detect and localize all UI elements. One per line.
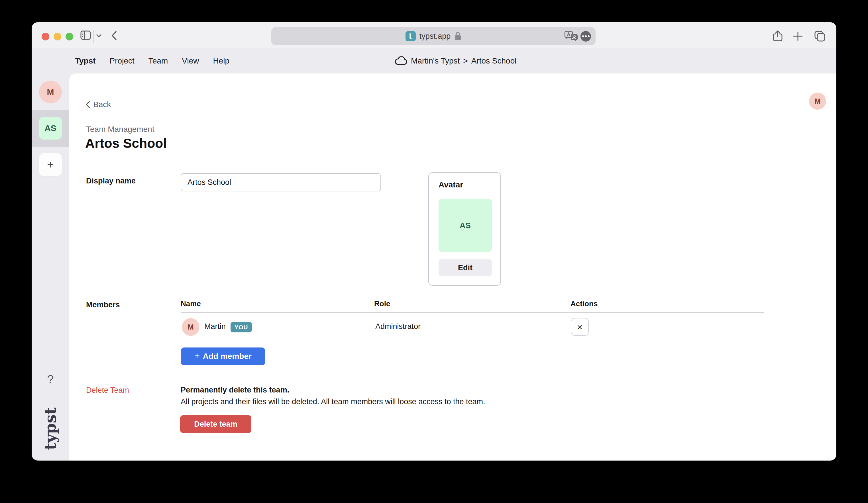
site-favicon: t (405, 31, 416, 41)
table-header-divider (181, 312, 764, 313)
team-management-panel: Back M Team Management Artos School Disp… (69, 73, 836, 461)
member-avatar: M (182, 318, 199, 336)
menu-project[interactable]: Project (110, 56, 134, 65)
column-header-actions: Actions (570, 299, 598, 308)
column-header-name: Name (181, 299, 201, 308)
plus-icon: + (194, 350, 200, 361)
member-name: Martin (204, 322, 226, 331)
menu-typst[interactable]: Typst (75, 56, 96, 65)
workspace-rail: M AS + ? typst (32, 73, 69, 461)
column-header-role: Role (374, 299, 390, 308)
page-menu-icon[interactable] (580, 31, 591, 42)
you-badge: YOU (230, 322, 252, 332)
toolbar-divider (93, 30, 94, 43)
share-icon[interactable] (773, 30, 783, 42)
menu-team[interactable]: Team (148, 56, 168, 65)
new-tab-icon[interactable] (793, 31, 803, 41)
traffic-lights (42, 33, 73, 40)
section-label: Team Management (86, 125, 154, 134)
breadcrumb-workspace[interactable]: Martin's Typst (411, 56, 459, 65)
tab-overview-icon[interactable] (814, 31, 826, 42)
menu-view[interactable]: View (182, 56, 199, 65)
help-icon[interactable]: ? (32, 373, 69, 386)
translate-icon[interactable] (565, 31, 578, 42)
browser-toolbar: t typst.app (32, 22, 836, 49)
delete-heading: Permanently delete this team. (181, 386, 289, 395)
app-menubar: Typst Project Team View Help Martin's Ty… (32, 49, 836, 73)
lock-icon (454, 32, 461, 41)
member-role: Administrator (375, 322, 421, 331)
zoom-window-button[interactable] (65, 33, 73, 40)
breadcrumb: Martin's Typst > Artos School (394, 49, 516, 73)
rail-add-team-button[interactable]: + (39, 153, 62, 176)
breadcrumb-separator: > (463, 56, 468, 65)
members-label: Members (86, 301, 120, 309)
rail-team-avatar-selected[interactable]: AS (39, 117, 62, 139)
browser-back-icon[interactable] (111, 31, 117, 40)
display-name-input[interactable] (181, 173, 381, 191)
display-name-label: Display name (86, 177, 136, 186)
page-title: Artos School (85, 136, 167, 151)
back-button[interactable]: Back (85, 98, 111, 111)
account-avatar[interactable]: M (809, 93, 826, 110)
delete-team-label: Delete Team (86, 386, 129, 395)
add-member-label: Add member (203, 352, 252, 361)
close-window-button[interactable] (42, 33, 49, 40)
remove-member-button[interactable]: × (571, 318, 589, 336)
breadcrumb-current[interactable]: Artos School (471, 56, 517, 65)
menu-help[interactable]: Help (213, 56, 229, 65)
chevron-down-icon[interactable] (96, 34, 102, 37)
url-text: typst.app (420, 32, 451, 41)
add-member-button[interactable]: + Add member (181, 347, 265, 365)
avatar-card: Avatar AS Edit (428, 172, 501, 286)
typst-logo: typst (41, 407, 60, 450)
rail-user-avatar[interactable]: M (39, 81, 62, 103)
edit-avatar-button[interactable]: Edit (438, 259, 492, 276)
team-avatar-preview: AS (438, 199, 492, 252)
avatar-card-title: Avatar (438, 180, 463, 189)
address-bar[interactable]: t typst.app (271, 27, 596, 45)
sidebar-toggle-icon[interactable] (80, 31, 91, 40)
cloud-icon (394, 56, 407, 65)
minimize-window-button[interactable] (54, 33, 61, 40)
browser-window: t typst.app (32, 22, 836, 461)
delete-team-button[interactable]: Delete team (180, 415, 251, 433)
back-label: Back (93, 100, 111, 109)
delete-description: All projects and their files will be del… (181, 397, 485, 406)
